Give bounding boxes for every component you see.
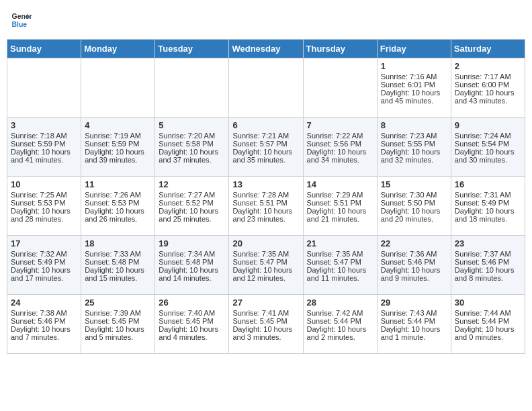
day-info: Sunrise: 7:33 AM [85,250,151,258]
day-info: Sunset: 5:55 PM [381,140,447,148]
day-info: Sunrise: 7:24 AM [455,132,521,140]
day-header-thursday: Thursday [303,40,377,58]
day-cell [303,58,377,118]
day-info: Sunrise: 7:43 AM [381,309,447,317]
day-info: Sunset: 5:47 PM [307,258,373,266]
svg-text:Blue: Blue [12,21,28,28]
day-info: Sunrise: 7:35 AM [232,250,299,258]
day-info: Sunset: 5:49 PM [11,258,77,266]
day-cell: 24Sunrise: 7:38 AMSunset: 5:46 PMDayligh… [7,295,81,354]
day-info: Sunset: 5:52 PM [159,199,225,207]
day-info: Daylight: 10 hours and 37 minutes. [159,148,225,164]
day-cell: 5Sunrise: 7:20 AMSunset: 5:58 PMDaylight… [155,118,229,177]
day-info: Sunrise: 7:41 AM [232,309,299,317]
day-cell: 9Sunrise: 7:24 AMSunset: 5:54 PMDaylight… [451,118,525,177]
day-info: Daylight: 10 hours and 39 minutes. [85,148,151,164]
day-number: 10 [11,179,77,189]
day-cell: 11Sunrise: 7:26 AMSunset: 5:53 PMDayligh… [81,177,155,236]
week-row-1: 1Sunrise: 7:16 AMSunset: 6:01 PMDaylight… [7,58,525,118]
day-cell: 21Sunrise: 7:35 AMSunset: 5:47 PMDayligh… [303,236,377,295]
day-header-tuesday: Tuesday [155,40,229,58]
day-info: Sunset: 5:44 PM [307,317,373,325]
day-info: Sunset: 5:56 PM [307,140,373,148]
day-cell [7,58,81,118]
day-info: Sunset: 5:51 PM [307,199,373,207]
day-info: Sunset: 6:00 PM [455,81,521,89]
day-number: 3 [11,120,77,130]
day-info: Sunset: 5:45 PM [85,317,151,325]
day-number: 9 [455,120,521,130]
day-number: 29 [381,298,447,308]
day-info: Sunrise: 7:35 AM [307,250,373,258]
day-info: Sunset: 5:51 PM [232,199,299,207]
day-info: Sunset: 5:45 PM [232,317,299,325]
day-info: Daylight: 10 hours and 12 minutes. [232,266,299,282]
day-cell: 23Sunrise: 7:37 AMSunset: 5:46 PMDayligh… [451,236,525,295]
day-info: Sunrise: 7:36 AM [381,250,447,258]
day-number: 27 [232,298,299,308]
day-cell: 6Sunrise: 7:21 AMSunset: 5:57 PMDaylight… [229,118,303,177]
day-number: 28 [307,298,373,308]
day-info: Sunset: 5:49 PM [455,199,521,207]
day-info: Daylight: 10 hours and 0 minutes. [455,325,521,341]
day-cell: 1Sunrise: 7:16 AMSunset: 6:01 PMDaylight… [377,58,451,118]
day-info: Daylight: 10 hours and 30 minutes. [455,148,521,164]
day-number: 20 [232,238,299,248]
header-row: SundayMondayTuesdayWednesdayThursdayFrid… [7,40,525,58]
day-info: Sunset: 5:53 PM [85,199,151,207]
day-info: Daylight: 10 hours and 9 minutes. [381,266,447,282]
day-cell: 20Sunrise: 7:35 AMSunset: 5:47 PMDayligh… [229,236,303,295]
day-info: Sunset: 5:44 PM [381,317,447,325]
day-cell: 25Sunrise: 7:39 AMSunset: 5:45 PMDayligh… [81,295,155,354]
day-number: 12 [159,179,225,189]
day-cell: 27Sunrise: 7:41 AMSunset: 5:45 PMDayligh… [229,295,303,354]
day-info: Daylight: 10 hours and 28 minutes. [11,207,77,223]
page-header: General Blue [7,7,525,34]
day-header-monday: Monday [81,40,155,58]
day-number: 8 [381,120,447,130]
day-number: 21 [307,238,373,248]
day-info: Sunrise: 7:21 AM [232,132,299,140]
day-info: Daylight: 10 hours and 34 minutes. [307,148,373,164]
day-info: Daylight: 10 hours and 14 minutes. [159,266,225,282]
day-info: Daylight: 10 hours and 21 minutes. [307,207,373,223]
day-info: Sunrise: 7:32 AM [11,250,77,258]
day-header-saturday: Saturday [451,40,525,58]
day-info: Sunset: 5:57 PM [232,140,299,148]
day-info: Daylight: 10 hours and 2 minutes. [307,325,373,341]
day-info: Sunset: 5:58 PM [159,140,225,148]
day-info: Sunset: 6:01 PM [381,81,447,89]
day-info: Daylight: 10 hours and 4 minutes. [159,325,225,341]
day-info: Daylight: 10 hours and 7 minutes. [11,325,77,341]
day-cell [229,58,303,118]
day-number: 22 [381,238,447,248]
day-info: Sunset: 5:45 PM [159,317,225,325]
day-info: Daylight: 10 hours and 5 minutes. [85,325,151,341]
day-number: 14 [307,179,373,189]
day-info: Sunset: 5:59 PM [85,140,151,148]
day-info: Daylight: 10 hours and 23 minutes. [232,207,299,223]
day-info: Sunrise: 7:34 AM [159,250,225,258]
day-cell: 12Sunrise: 7:27 AMSunset: 5:52 PMDayligh… [155,177,229,236]
day-number: 24 [11,298,77,308]
week-row-2: 3Sunrise: 7:18 AMSunset: 5:59 PMDaylight… [7,118,525,177]
day-info: Sunrise: 7:19 AM [85,132,151,140]
day-info: Sunrise: 7:28 AM [232,191,299,199]
day-number: 6 [232,120,299,130]
day-number: 19 [159,238,225,248]
day-cell: 15Sunrise: 7:30 AMSunset: 5:50 PMDayligh… [377,177,451,236]
week-row-4: 17Sunrise: 7:32 AMSunset: 5:49 PMDayligh… [7,236,525,295]
day-info: Sunset: 5:46 PM [381,258,447,266]
logo-icon: General Blue [11,9,32,31]
day-cell: 13Sunrise: 7:28 AMSunset: 5:51 PMDayligh… [229,177,303,236]
day-info: Daylight: 10 hours and 11 minutes. [307,266,373,282]
day-info: Sunrise: 7:37 AM [455,250,521,258]
day-info: Daylight: 10 hours and 17 minutes. [11,266,77,282]
day-info: Sunrise: 7:26 AM [85,191,151,199]
day-header-friday: Friday [377,40,451,58]
day-info: Sunset: 5:59 PM [11,140,77,148]
day-header-wednesday: Wednesday [229,40,303,58]
day-info: Sunrise: 7:38 AM [11,309,77,317]
day-info: Daylight: 10 hours and 45 minutes. [381,89,447,105]
day-number: 13 [232,179,299,189]
